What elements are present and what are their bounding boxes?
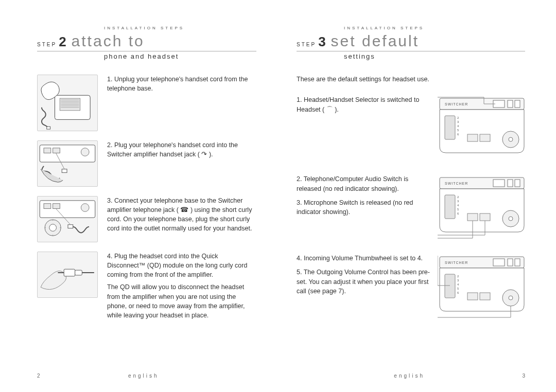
instruction-text-4: 4. Plug the headset cord into the Quick … [107, 252, 256, 323]
instruction-row-1: 1. Unplug your telephone's handset cord … [37, 75, 256, 131]
intro-text: These are the default settings for heads… [297, 75, 525, 84]
page-number: 2 [37, 373, 40, 379]
step-word: STEP [37, 42, 57, 47]
svg-rect-10 [44, 148, 51, 153]
section-label: INSTALLATION STEPS [104, 26, 256, 30]
svg-rect-11 [53, 148, 60, 153]
svg-point-20 [49, 224, 57, 231]
svg-rect-51 [493, 180, 505, 187]
footer-right: english 3 [278, 373, 556, 379]
qd-note: The QD will allow you to disconnect the … [107, 282, 256, 320]
svg-rect-34 [508, 100, 513, 108]
svg-point-82 [509, 296, 513, 300]
footer-left: 2 english [0, 373, 278, 379]
svg-rect-79 [467, 293, 478, 300]
instruction-text-2: 2. Plug your telephone's handset cord in… [107, 140, 256, 187]
instruction-row-3: 3. Connect your telephone base to the Sw… [37, 196, 256, 242]
svg-rect-13 [62, 169, 67, 173]
step-subtitle: settings [344, 52, 525, 60]
svg-text:SWITCHER: SWITCHER [445, 102, 468, 106]
step-number: 2 [59, 34, 66, 50]
svg-point-63 [509, 217, 513, 221]
svg-rect-16 [44, 204, 51, 209]
svg-rect-71 [508, 259, 513, 266]
svg-point-12 [81, 148, 89, 156]
step-word: STEP [297, 42, 316, 47]
step-title: attach to [72, 32, 145, 50]
svg-text:SWITCHER: SWITCHER [445, 261, 468, 264]
svg-text:SWITCHER: SWITCHER [445, 182, 468, 185]
svg-rect-28 [75, 270, 82, 275]
illustration-phone-unplug [37, 75, 98, 131]
instruction-text-3: 3. Connect your telephone base to the Sw… [107, 196, 256, 242]
svg-rect-17 [53, 204, 60, 209]
svg-rect-72 [515, 259, 520, 266]
svg-rect-27 [64, 269, 75, 276]
svg-rect-36 [445, 116, 455, 139]
page-left: INSTALLATION STEPS STEP 2 attach to phon… [0, 0, 278, 392]
svg-rect-70 [493, 259, 505, 266]
instruction-row-2: 2. Plug your telephone's handset cord in… [37, 140, 256, 187]
svg-point-18 [81, 204, 89, 212]
setting-text-1: 1. Headset/Handset Selector is switched … [297, 95, 438, 119]
illustration-switcher-1: SWITCHER 23456 [438, 95, 525, 162]
section-label: INSTALLATION STEPS [344, 26, 525, 30]
language-label: english [394, 373, 425, 379]
setting-text-2: 2. Telephone/Computer Audio Switch is re… [297, 174, 438, 221]
svg-rect-60 [467, 213, 478, 221]
svg-point-45 [509, 137, 513, 141]
svg-rect-73 [445, 274, 455, 298]
step-subtitle: phone and headset [104, 52, 256, 60]
svg-rect-61 [480, 213, 490, 221]
svg-rect-52 [508, 180, 513, 187]
svg-rect-8 [47, 127, 50, 129]
language-label: english [128, 373, 159, 379]
illustration-qd-plug [37, 252, 98, 298]
setting-text-3: 4. Incoming Volume Thumbwheel is set to … [297, 254, 438, 300]
page-number: 3 [522, 373, 525, 379]
illustration-plug-handset-jack [37, 140, 98, 187]
setting-row-1: 1. Headset/Handset Selector is switched … [297, 95, 525, 162]
svg-rect-42 [467, 134, 478, 141]
svg-rect-54 [445, 195, 455, 219]
step-number: 3 [318, 34, 325, 50]
step-header-3: STEP 3 set default [297, 32, 525, 51]
step-header-2: STEP 2 attach to [37, 32, 256, 51]
instruction-text-1: 1. Unplug your telephone's handset cord … [107, 75, 256, 131]
page-right: INSTALLATION STEPS STEP 3 set default se… [278, 0, 556, 392]
setting-row-3: 4. Incoming Volume Thumbwheel is set to … [297, 254, 525, 320]
svg-rect-25 [68, 225, 73, 228]
illustration-switcher-3: SWITCHER 23456 [438, 254, 525, 320]
illustration-switcher-2: SWITCHER 23456 [438, 174, 525, 241]
svg-rect-43 [480, 134, 490, 141]
instruction-row-4: 4. Plug the headset cord into the Quick … [37, 252, 256, 323]
illustration-connect-base [37, 196, 98, 242]
setting-row-2: 2. Telephone/Computer Audio Switch is re… [297, 174, 525, 241]
svg-rect-80 [480, 293, 490, 300]
step-title: set default [331, 32, 419, 50]
svg-rect-35 [515, 100, 520, 108]
svg-rect-53 [515, 180, 520, 187]
